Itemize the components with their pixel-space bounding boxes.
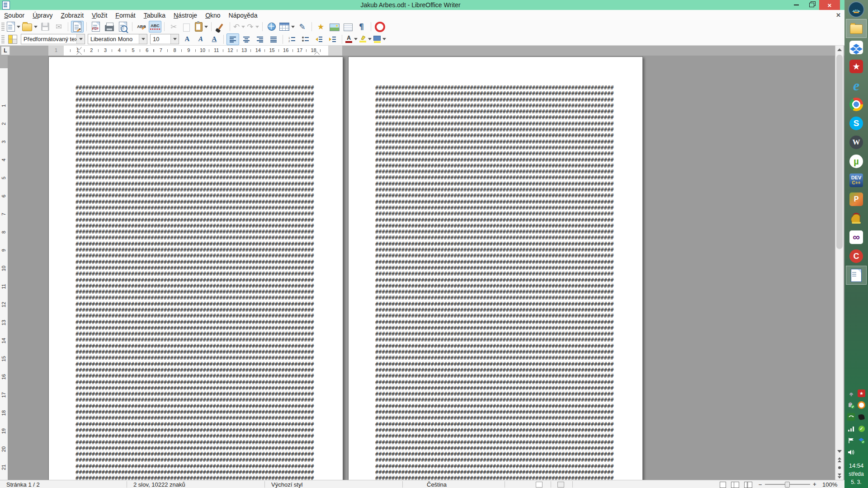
open-button[interactable] <box>22 21 38 33</box>
taskbar-devcpp[interactable]: DEV C++ <box>846 171 867 190</box>
single-page-view-icon[interactable] <box>720 482 726 488</box>
right-indent-marker[interactable] <box>314 52 320 55</box>
save-button[interactable] <box>39 21 52 33</box>
highlight-color-button[interactable] <box>359 33 372 45</box>
toolbar-grip[interactable] <box>1 35 5 43</box>
start-button[interactable] <box>846 0 867 19</box>
cut-button[interactable]: ✂ <box>167 21 180 33</box>
font-name-combo[interactable]: Liberation Mono <box>88 34 147 44</box>
navigate-by-button[interactable] <box>835 464 844 472</box>
tray-dropbox-icon[interactable] <box>858 436 865 444</box>
toolbar-grip[interactable] <box>1 23 5 31</box>
status-language[interactable]: Čeština <box>420 480 505 488</box>
taskbar-visual-studio[interactable]: ∞ <box>846 228 867 247</box>
tray-black-icon[interactable] <box>858 413 865 421</box>
email-button[interactable]: ✉ <box>52 21 65 33</box>
numbered-list-button[interactable]: 12 <box>286 33 298 45</box>
draw-functions-button[interactable]: ✎ <box>296 21 309 33</box>
left-indent-marker[interactable] <box>76 52 82 55</box>
undo-button[interactable]: ↶ <box>233 21 245 33</box>
font-size-combo[interactable]: 10 <box>150 34 179 44</box>
window-titlebar[interactable]: Jakub Arbes.odt - LibreOffice Writer × <box>0 0 844 10</box>
data-sources-button[interactable] <box>342 21 354 33</box>
combo-dropdown[interactable] <box>139 34 147 44</box>
tray-network-signal-icon[interactable] <box>847 425 855 432</box>
menu-tabulka[interactable]: Tabulka <box>140 11 170 20</box>
copy-button[interactable] <box>181 21 193 33</box>
taskbar-rome-total-war[interactable] <box>846 209 867 228</box>
italic-button[interactable]: A <box>194 33 207 45</box>
taskbar-wordpress[interactable]: W <box>846 133 867 152</box>
styles-panel-button[interactable] <box>6 33 19 45</box>
vertical-scrollbar[interactable] <box>835 46 844 480</box>
next-page-button[interactable] <box>835 472 844 480</box>
paragraph-style-combo[interactable]: Předformátovaný text <box>21 34 85 44</box>
zoom-level[interactable]: 100% <box>816 480 843 488</box>
tray-green-check-icon[interactable]: ✓ <box>858 425 865 432</box>
bullet-list-button[interactable] <box>299 33 312 45</box>
taskbar-skype[interactable]: S <box>846 114 867 133</box>
multi-page-view-icon[interactable] <box>731 482 739 488</box>
decrease-indent-button[interactable] <box>313 33 326 45</box>
horizontal-ruler[interactable]: 123456789101112131415161718 1 <box>48 46 342 56</box>
background-color-button[interactable] <box>373 33 387 45</box>
auto-spellcheck-button[interactable]: ABC <box>149 21 161 33</box>
menu-okno[interactable]: Okno <box>201 11 224 20</box>
close-document-icon[interactable]: ✕ <box>836 12 841 19</box>
insert-table-button[interactable] <box>279 21 295 33</box>
page-1-text[interactable]: ########################################… <box>75 85 316 480</box>
close-button[interactable]: × <box>819 0 840 10</box>
align-right-button[interactable] <box>254 33 266 45</box>
justify-button[interactable] <box>267 33 280 45</box>
selection-mode-icon[interactable] <box>536 482 542 488</box>
spelling-button[interactable]: ABC <box>135 21 148 33</box>
taskbar-dropbox[interactable] <box>846 38 867 57</box>
underline-button[interactable]: A <box>208 33 221 45</box>
document-modified-icon[interactable] <box>557 482 564 488</box>
status-page-number[interactable]: Stránka 1 / 2 <box>0 480 127 488</box>
help-button[interactable] <box>374 21 387 33</box>
redo-button[interactable]: ↷ <box>246 21 259 33</box>
navigator-button[interactable]: ★ <box>315 21 327 33</box>
menu-vlozit[interactable]: Vložit <box>88 11 111 20</box>
increase-indent-button[interactable] <box>326 33 339 45</box>
taskbar-internet-explorer[interactable]: e <box>846 76 867 95</box>
document-area[interactable]: ########################################… <box>8 56 835 480</box>
status-word-count[interactable]: 2 slov, 10222 znaků <box>127 480 264 488</box>
clone-formatting-button[interactable] <box>214 21 227 33</box>
document-page-1[interactable]: ########################################… <box>48 56 343 480</box>
previous-page-button[interactable] <box>835 455 844 464</box>
minimize-button[interactable] <box>788 0 804 10</box>
taskbar-chrome[interactable] <box>846 95 867 114</box>
tray-wunderlist-icon[interactable]: ★ <box>858 389 865 397</box>
tray-volume-icon[interactable] <box>847 448 855 456</box>
menu-nastroje[interactable]: Nástroje <box>170 11 201 20</box>
status-page-style[interactable]: Výchozí styl <box>265 480 402 488</box>
formatting-marks-button[interactable]: ¶ <box>355 21 368 33</box>
combo-dropdown[interactable] <box>170 34 179 44</box>
align-left-button[interactable] <box>226 33 239 45</box>
align-center-button[interactable] <box>240 33 253 45</box>
paste-button[interactable] <box>194 21 208 33</box>
scroll-down-button[interactable] <box>835 447 844 455</box>
taskbar-utorrent[interactable]: µ <box>846 152 867 171</box>
new-document-button[interactable] <box>6 21 21 33</box>
bold-button[interactable]: A <box>181 33 193 45</box>
zoom-slider-thumb[interactable] <box>785 482 790 488</box>
scrollbar-thumb[interactable] <box>836 55 843 249</box>
vertical-ruler[interactable]: 12345678910111213141516171819202122 <box>0 56 8 480</box>
document-page-2[interactable]: ########################################… <box>348 56 643 480</box>
tray-bell-icon[interactable] <box>847 389 855 397</box>
page-2-text[interactable]: ########################################… <box>375 85 616 480</box>
restore-button[interactable] <box>804 0 819 10</box>
menu-upravy[interactable]: Úpravy <box>28 11 57 20</box>
print-preview-button[interactable] <box>117 21 129 33</box>
tray-nvidia-icon[interactable] <box>847 413 855 421</box>
taskbar-wunderlist[interactable]: ★ <box>846 57 867 76</box>
combo-dropdown[interactable] <box>76 34 85 44</box>
menu-format[interactable]: Formát <box>111 11 139 20</box>
taskbar-clock[interactable]: 14:54 středa 5. 3. 2014 <box>844 462 868 488</box>
tab-stop-selector[interactable]: L <box>1 46 10 55</box>
zoom-out-icon[interactable]: – <box>759 481 762 488</box>
tray-action-center-flag-icon[interactable] <box>847 436 855 444</box>
